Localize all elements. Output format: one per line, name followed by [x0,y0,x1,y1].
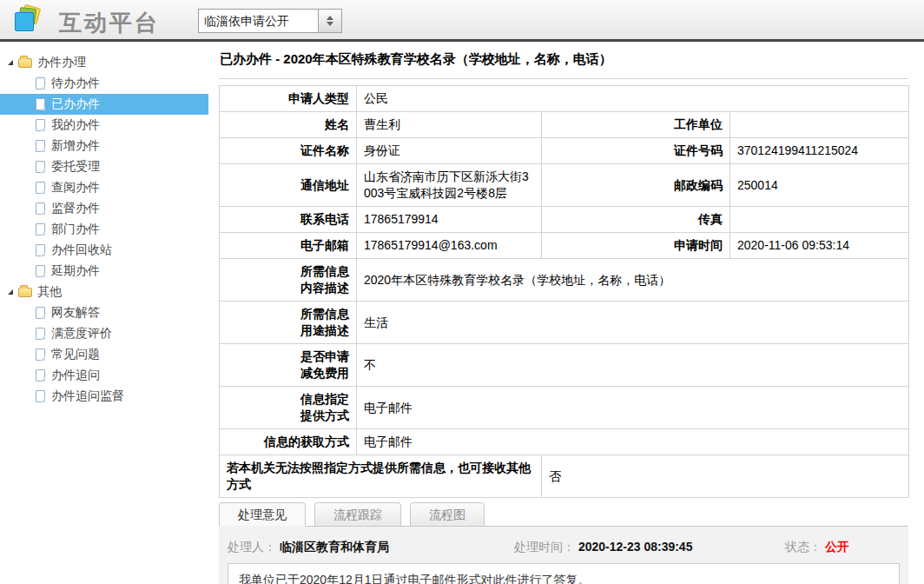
sidebar-item[interactable]: 部门办件 [0,219,208,240]
document-icon [36,307,45,319]
expander-icon [8,60,13,65]
table-row: 证件名称身份证证件号码370124199411215024 [220,138,909,164]
document-icon [36,202,45,215]
table-row: 申请人类型公民 [220,86,909,112]
sidebar-item-label: 部门办件 [51,222,100,237]
field-value: 17865179914@163.com [357,233,542,259]
handler-label: 处理人： [228,540,276,554]
field-value [730,112,909,138]
table-row: 所需信息 用途描述生活 [220,302,909,344]
sidebar-item[interactable]: 满意度评价 [0,323,208,344]
field-value: 否 [542,455,909,498]
field-value: 山东省济南市历下区新泺大街3003号宝威科技园2号楼8层 [357,164,542,207]
sidebar-item-label: 新增办件 [51,138,100,154]
sidebar-item-label: 监督办件 [51,201,100,216]
sidebar-item-label: 延期办件 [51,263,100,279]
sidebar-item[interactable]: 待办办件 [0,73,208,94]
field-label: 是否申请 减免费用 [220,344,357,387]
status-label: 状态： [785,540,822,554]
table-row: 若本机关无法按照指定方式提供所需信息，也可接收其他方式否 [220,455,909,498]
sidebar-group[interactable]: 其他 [0,282,208,302]
field-label: 邮政编码 [542,164,730,207]
table-row: 信息指定 提供方式电子邮件 [220,387,909,429]
field-value: 电子邮件 [357,387,909,429]
field-label: 所需信息 用途描述 [220,302,357,344]
document-icon [36,161,45,173]
sidebar-item-label: 办件追问 [51,368,100,383]
sidebar-group-label: 其他 [37,284,62,300]
app-header: 互动平台 临淄依申请公开 [0,0,924,42]
document-icon [36,244,45,256]
document-icon [36,77,45,90]
sidebar-tree: 办件办理待办办件已办办件我的办件新增办件委托受理查阅办件监督办件部门办件办件回收… [0,44,208,584]
sidebar-item[interactable]: 办件回收站 [0,240,208,261]
status-group: 状态： 公开 [785,540,900,555]
sidebar-item-label: 我的办件 [51,117,100,133]
field-label: 证件号码 [542,138,730,164]
sidebar-item[interactable]: 网友解答 [0,302,208,323]
handler-value: 临淄区教育和体育局 [280,540,389,554]
sidebar-group[interactable]: 办件办理 [0,52,208,73]
document-icon [36,369,45,382]
field-value: 2020年本区特殊教育学校名录（学校地址，名称，电话） [357,259,909,302]
table-row: 是否申请 减免费用不 [220,344,909,387]
table-row: 信息的获取方式电子邮件 [220,429,909,455]
app-logo-icon [14,5,49,35]
arrow-down-icon [327,22,333,26]
document-icon [36,348,45,361]
table-row: 电子邮箱17865179914@163.com申请时间2020-11-06 09… [220,233,909,259]
channel-select[interactable]: 临淄依申请公开 [198,9,342,33]
field-value: 曹生利 [357,112,542,138]
field-value: 370124199411215024 [730,138,909,164]
sidebar-item[interactable]: 监督办件 [0,198,208,219]
channel-select-value: 临淄依申请公开 [199,10,318,32]
sidebar-item[interactable]: 委托受理 [0,156,208,177]
sidebar-group-label: 办件办理 [37,55,86,70]
field-value: 生活 [357,302,909,344]
sidebar-item-label: 办件追问监督 [51,388,124,404]
field-label: 信息的获取方式 [220,429,357,455]
table-row: 通信地址山东省济南市历下区新泺大街3003号宝威科技园2号楼8层邮政编码2500… [220,164,909,207]
sidebar-item[interactable]: 查阅办件 [0,177,208,198]
sidebar-item-label: 办件回收站 [51,242,112,258]
sidebar-item-label: 委托受理 [51,159,100,175]
document-icon [36,140,45,152]
handler-group: 处理人： 临淄区教育和体育局 [228,540,514,555]
field-label: 所需信息 内容描述 [220,259,357,302]
dropdown-arrows-icon[interactable] [318,10,341,32]
table-row: 姓名曹生利工作单位 [220,112,909,138]
field-label: 证件名称 [220,138,357,164]
field-label: 申请人类型 [220,86,357,112]
sidebar-item[interactable]: 新增办件 [0,136,208,156]
status-badge: 公开 [825,540,849,554]
detail-table: 申请人类型公民姓名曹生利工作单位证件名称身份证证件号码3701241994112… [219,85,909,498]
sidebar-item[interactable]: 我的办件 [0,115,208,136]
field-value: 电子邮件 [357,429,909,455]
document-icon [36,182,45,194]
sidebar-item[interactable]: 办件追问 [0,365,208,386]
tab-active[interactable]: 处理意见 [219,502,306,527]
sidebar-item[interactable]: 常见问题 [0,344,208,365]
document-icon [36,119,45,131]
field-label: 工作单位 [542,112,730,138]
sidebar-item[interactable]: 已办办件 [0,94,208,115]
sidebar-item[interactable]: 延期办件 [0,261,208,282]
field-value: 身份证 [357,138,542,164]
field-label: 通信地址 [220,164,357,207]
sidebar-item[interactable]: 办件追问监督 [0,386,208,407]
field-label: 申请时间 [542,233,730,259]
field-value: 公民 [357,86,909,112]
arrow-up-icon [327,16,333,20]
page-title: 已办办件 - 2020年本区特殊教育学校名录（学校地址，名称，电话） [219,44,908,79]
field-value [730,207,909,233]
tab-item[interactable]: 流程图 [410,502,485,527]
tab-item[interactable]: 流程跟踪 [314,502,401,527]
document-icon [36,265,45,277]
field-label: 电子邮箱 [220,233,357,259]
time-group: 处理时间： 2020-12-23 08:39:45 [514,540,785,555]
sidebar-item-label: 网友解答 [51,305,100,321]
field-label: 若本机关无法按照指定方式提供所需信息，也可接收其他方式 [220,455,542,498]
sidebar-item-label: 待办办件 [51,76,100,91]
field-label: 传真 [542,207,730,233]
detail-table-body: 申请人类型公民姓名曹生利工作单位证件名称身份证证件号码3701241994112… [220,86,909,498]
